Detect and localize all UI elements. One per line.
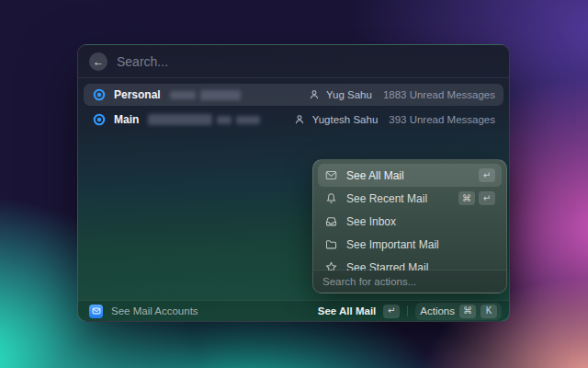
footer-app-label[interactable]: See Mail Accounts [111,305,198,316]
return-key-badge: ↵ [479,191,495,205]
menu-item-see-all-mail[interactable]: See All Mail ↵ [318,164,502,187]
launcher-window: ← Search... Personal Yug Sahu 1883 Unrea… [77,44,510,322]
person-icon [307,88,321,102]
unread-count: 1883 Unread Messages [383,89,495,100]
account-owner: Yugtesh Sahu [312,114,379,125]
account-meta: Yugtesh Sahu 393 Unread Messages [293,113,495,127]
account-row-main[interactable]: Main Yugtesh Sahu 393 Unread Messages [84,109,503,131]
mail-app-icon [89,305,103,318]
back-button[interactable]: ← [89,52,107,71]
menu-item-see-inbox[interactable]: See Inbox [318,210,502,233]
account-meta: Yug Sahu 1883 Unread Messages [307,88,495,102]
menu-item-see-starred-mail[interactable]: See Starred Mail [318,256,502,270]
return-key-badge: ↵ [383,305,400,318]
person-icon [293,113,307,127]
menu-item-label: See All Mail [346,169,404,182]
actions-list: See All Mail ↵ See Recent Mail ⌘ ↵ [313,160,506,270]
actions-button[interactable]: Actions ⌘ K [415,303,502,320]
menu-item-keys: ⌘ ↵ [458,191,495,205]
command-key-badge: ⌘ [459,305,476,318]
search-input[interactable]: Search... [117,54,168,69]
unread-count: 393 Unread Messages [389,114,495,125]
command-key-badge: ⌘ [458,191,475,205]
footer-bar: See Mail Accounts See All Mail ↵ Actions… [78,300,509,321]
actions-popup: See All Mail ↵ See Recent Mail ⌘ ↵ [312,159,507,293]
actions-search[interactable]: Search for actions... [313,270,506,293]
actions-search-placeholder: Search for actions... [322,276,416,287]
bell-icon [324,191,338,205]
menu-item-keys: ↵ [479,168,495,182]
menu-item-label: See Important Mail [346,238,439,251]
footer-actions: See All Mail ↵ Actions ⌘ K [318,303,502,320]
account-radio-icon [92,88,106,102]
menu-item-label: See Inbox [346,215,396,228]
inbox-icon [324,214,338,228]
envelope-icon [324,168,338,182]
account-name: Personal [114,88,161,101]
desktop: { "colors": { "accent_blue": "#2f9bff", … [0,0,588,368]
folder-icon [324,237,338,251]
return-key-badge: ↵ [479,168,495,182]
menu-item-label: See Recent Mail [346,192,427,205]
account-name: Main [114,113,139,126]
actions-button-label: Actions [420,305,455,316]
account-row-personal[interactable]: Personal Yug Sahu 1883 Unread Messages [84,84,503,106]
redacted-email [170,90,241,100]
search-bar: ← Search... [78,45,509,78]
k-key-badge: K [481,305,497,318]
account-owner: Yug Sahu [326,89,372,100]
primary-action-label[interactable]: See All Mail [318,305,377,316]
menu-item-see-important-mail[interactable]: See Important Mail [318,233,502,256]
menu-item-see-recent-mail[interactable]: See Recent Mail ⌘ ↵ [318,187,502,210]
redacted-email [148,114,260,125]
account-radio-icon [92,113,106,127]
back-arrow-icon: ← [93,56,104,67]
footer-separator [407,305,408,316]
